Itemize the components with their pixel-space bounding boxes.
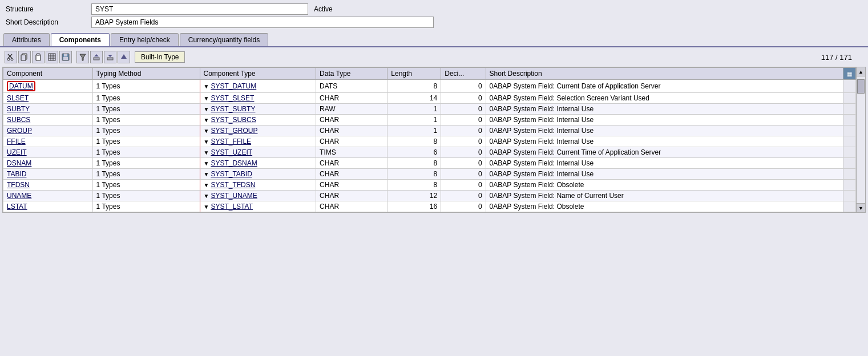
cell-component[interactable]: UZEIT [3,147,93,158]
cell-component[interactable]: TABID [3,169,93,180]
cell-deci: 0 [441,80,486,93]
cell-component[interactable]: UNAME [3,191,93,201]
row-counter: 117 / 171 [821,53,863,62]
tab-attributes[interactable]: Attributes [3,33,50,46]
cell-length: 8 [387,180,441,191]
cell-component-type[interactable]: ▼SYST_UNAME [200,191,316,201]
svg-rect-19 [107,58,113,60]
cell-short-desc: 0ABAP System Field: Internal Use [486,115,843,126]
cell-component-type[interactable]: ▼SYST_SUBTY [200,104,316,115]
cell-component-type[interactable]: ▼SYST_FFILE [200,136,316,147]
cell-length: 8 [387,136,441,147]
filter-button[interactable] [76,51,89,63]
cell-deci: 0 [441,93,486,104]
cell-data-type: CHAR [316,191,387,201]
cell-icon [843,180,856,191]
status-badge: Active [314,5,333,13]
cell-icon [843,80,856,93]
cell-component-type[interactable]: ▼SYST_TFDSN [200,180,316,191]
svg-point-2 [7,58,10,60]
cell-component-type[interactable]: ▼SYST_GROUP [200,126,316,136]
col-length: Length [387,68,441,80]
table-row: DSNAM1 Types▼SYST_DSNAMCHAR800ABAP Syste… [3,158,856,169]
cell-component[interactable]: GROUP [3,126,93,136]
cell-deci: 0 [441,136,486,147]
cell-typing-method: 1 Types [92,169,200,180]
table-row: TABID1 Types▼SYST_TABIDCHAR800ABAP Syste… [3,169,856,180]
cell-length: 14 [387,93,441,104]
highlighted-component-link[interactable]: DATUM [7,81,35,91]
cell-component-type[interactable]: ▼SYST_SUBCS [200,115,316,126]
svg-marker-20 [108,55,112,57]
cell-short-desc: 0ABAP System Field: Internal Use [486,136,843,147]
cell-length: 8 [387,158,441,169]
cell-typing-method: 1 Types [92,191,200,201]
cell-component-type[interactable]: ▼SYST_DSNAM [200,158,316,169]
scroll-track[interactable] [857,76,865,203]
table-row: SUBTY1 Types▼SYST_SUBTYRAW100ABAP System… [3,104,856,115]
cell-deci: 0 [441,158,486,169]
cell-component-type[interactable]: ▼SYST_TABID [200,169,316,180]
cell-component[interactable]: LSTAT [3,201,93,212]
cell-length: 1 [387,104,441,115]
cell-data-type: CHAR [316,158,387,169]
built-in-type-button[interactable]: Built-In Type [135,51,185,63]
grid-button[interactable] [46,51,58,63]
table-row: UNAME1 Types▼SYST_UNAMECHAR1200ABAP Syst… [3,191,856,201]
scroll-thumb[interactable] [857,79,865,94]
header-section: Structure SYST Active Short Description … [0,0,868,32]
cell-component[interactable]: DSNAM [3,158,93,169]
import-button[interactable] [90,51,103,63]
cell-short-desc: 0ABAP System Field: Internal Use [486,104,843,115]
cell-data-type: RAW [316,104,387,115]
tab-currency[interactable]: Currency/quantity fields [180,33,268,46]
cell-component-type[interactable]: ▼SYST_UZEIT [200,147,316,158]
cell-typing-method: 1 Types [92,93,200,104]
scroll-down-button[interactable]: ▼ [857,203,865,212]
svg-marker-21 [121,54,127,59]
move-up-button[interactable] [118,51,130,63]
table-body: DATUM1 Types▼SYST_DATUMDATS800ABAP Syste… [3,80,856,212]
cell-icon [843,136,856,147]
toolbar: Built-In Type 117 / 171 [0,47,868,67]
cell-deci: 0 [441,104,486,115]
cell-component[interactable]: FFILE [3,136,93,147]
cell-typing-method: 1 Types [92,201,200,212]
cell-component[interactable]: DATUM [3,80,93,93]
tab-entry-help[interactable]: Entry help/check [111,33,179,46]
cell-typing-method: 1 Types [92,136,200,147]
export-button[interactable] [104,51,116,63]
structure-row: Structure SYST Active [6,3,862,15]
cell-component-type[interactable]: ▼SYST_DATUM [200,80,316,93]
svg-rect-7 [37,54,40,55]
svg-marker-18 [94,54,99,56]
cell-typing-method: 1 Types [92,147,200,158]
table-scroll-area: Component Typing Method Component Type D… [3,67,856,212]
cell-length: 16 [387,201,441,212]
cell-component-type[interactable]: ▼SYST_LSTAT [200,201,316,212]
cell-length: 1 [387,126,441,136]
cell-component[interactable]: TFDSN [3,180,93,191]
paste-button[interactable] [32,51,45,63]
tab-components[interactable]: Components [51,33,110,46]
table-row: SLSET1 Types▼SYST_SLSETCHAR1400ABAP Syst… [3,93,856,104]
table-row: TFDSN1 Types▼SYST_TFDSNCHAR800ABAP Syste… [3,180,856,191]
col-deci: Deci... [441,68,486,80]
cell-icon [843,104,856,115]
cell-data-type: CHAR [316,115,387,126]
cell-component-type[interactable]: ▼SYST_SLSET [200,93,316,104]
copy-button[interactable] [18,51,31,63]
col-data-type: Data Type [316,68,387,80]
cell-deci: 0 [441,191,486,201]
cell-component[interactable]: SLSET [3,93,93,104]
table-row: LSTAT1 Types▼SYST_LSTATCHAR1600ABAP Syst… [3,201,856,212]
svg-point-3 [11,58,13,60]
tabs-row: Attributes Components Entry help/check C… [0,33,868,47]
cell-component[interactable]: SUBTY [3,104,93,115]
table-outer: Component Typing Method Component Type D… [2,67,866,213]
save-button[interactable] [59,51,72,63]
cell-component[interactable]: SUBCS [3,115,93,126]
cut-button[interactable] [5,51,17,63]
scroll-up-button[interactable]: ▲ [857,67,865,76]
vertical-scrollbar[interactable]: ▲ ▼ [856,67,865,212]
